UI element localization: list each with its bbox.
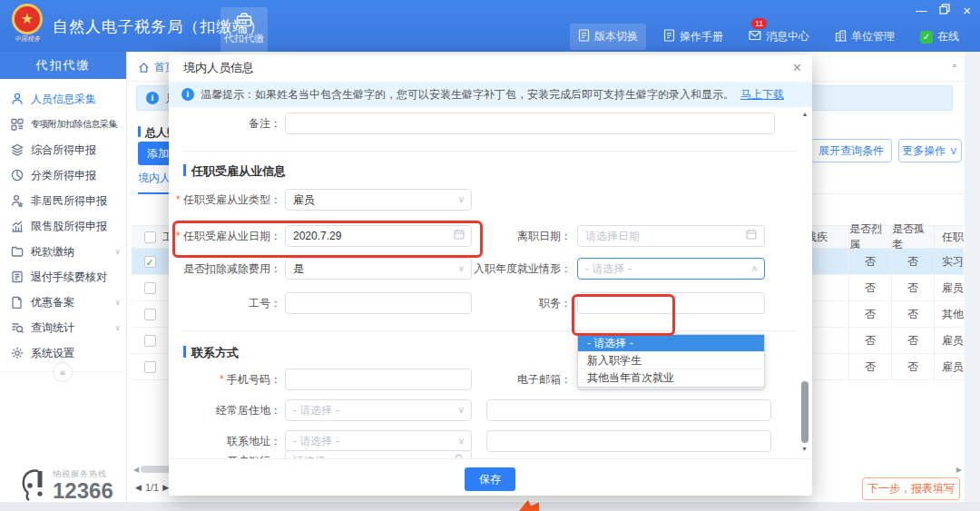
employment-situation-select[interactable]: - 请选择 -∧ (577, 258, 765, 280)
document-icon (578, 29, 590, 44)
sidebar-item-personnel-info[interactable]: 人员信息采集 (0, 86, 126, 112)
nav-label: 消息中心 (766, 29, 809, 44)
employment-situation-label: 入职年度就业情形： (468, 258, 572, 280)
next-step-button[interactable]: 下一步，报表填写 (862, 477, 960, 500)
top-nav: 版本切换 操作手册 11 消息中心 单位管理 ✓ 在线 (570, 24, 967, 50)
nav-version-switch[interactable]: 版本切换 (570, 24, 646, 50)
cell-childless: 否 (891, 354, 934, 379)
position-input[interactable] (577, 292, 765, 314)
sidebar-item-label: 分类所得申报 (31, 168, 96, 183)
sidebar-item-restricted-shares[interactable]: 限售股所得申报 (0, 213, 126, 239)
scrollbar-thumb[interactable] (801, 381, 808, 443)
inner-restore-button[interactable]: ▫ (953, 60, 956, 71)
select-placeholder: - 请选择 - (293, 404, 339, 417)
nav-manual[interactable]: 操作手册 (655, 24, 731, 50)
calendar-icon[interactable] (746, 229, 807, 242)
cell-type: 雇员 (934, 328, 964, 353)
sidebar-item-tax-payment[interactable]: 税款缴纳 ∨ (0, 239, 126, 264)
modal-footer: 保存 (169, 458, 812, 496)
row-checkbox[interactable] (144, 309, 156, 320)
folder-icon (11, 245, 24, 258)
cell-martyr: 否 (848, 301, 891, 327)
leave-date-input[interactable] (577, 225, 765, 247)
minimize-button[interactable]: — (916, 5, 926, 17)
restore-button[interactable] (939, 4, 950, 17)
col-header-martyr: 是否烈属 (848, 226, 891, 248)
sidebar-item-preferential-filing[interactable]: 优惠备案 ∨ (0, 290, 126, 315)
nav-message-center[interactable]: 11 消息中心 (740, 24, 818, 50)
expand-query-button[interactable]: 展开查询条件 (810, 139, 892, 162)
contact-address-detail-input[interactable] (486, 430, 771, 452)
dropdown-option[interactable]: 其他当年首次就业 (578, 369, 764, 387)
row-checkbox[interactable] (144, 335, 156, 347)
modal-close-icon[interactable]: × (793, 60, 801, 76)
deduct-expense-label: 是否扣除减除费用： (169, 258, 281, 280)
chevron-down-icon: ∨ (458, 259, 465, 279)
briefcase-icon (220, 13, 268, 30)
cell-type: 其他 (934, 301, 964, 327)
sidebar-item-label: 优惠备案 (31, 295, 74, 310)
deduct-expense-select[interactable]: 是∨ (285, 258, 472, 280)
row-checkbox[interactable] (144, 282, 156, 294)
national-emblem-logo: ★ 中国税务 (9, 4, 45, 49)
more-actions-button[interactable]: 更多操作 ∨ (898, 139, 962, 162)
residence-select[interactable]: - 请选择 -∨ (285, 399, 472, 421)
cell-martyr: 否 (848, 249, 891, 274)
row-checkbox-checked[interactable]: ✓ (144, 256, 156, 268)
employment-date-input[interactable] (285, 225, 472, 247)
chevron-down-icon: ∨ (114, 298, 121, 307)
dropdown-option-selected[interactable]: - 请选择 - (578, 335, 764, 352)
nav-org-management[interactable]: 单位管理 (827, 24, 903, 50)
modal-form: 备注： 任职受雇从业信息 任职受雇从业类型： 雇员∨ 任职受雇从业日期： 离职日… (169, 107, 812, 456)
sidebar-item-label: 系统设置 (31, 346, 74, 361)
file-icon (11, 296, 24, 309)
position-label: 职务： (468, 292, 572, 314)
close-button[interactable]: × (963, 5, 971, 17)
work-number-input[interactable] (285, 292, 472, 314)
section-contact: 联系方式 (183, 345, 239, 361)
remark-input[interactable] (285, 113, 775, 134)
scroll-up-arrow[interactable]: ▲ (802, 111, 808, 117)
home-icon (138, 62, 150, 74)
dropdown-option[interactable]: 新入职学生 (578, 352, 764, 369)
mobile-input[interactable] (285, 369, 472, 390)
select-all-checkbox[interactable] (144, 231, 156, 243)
cell-martyr: 否 (848, 328, 891, 353)
nav-label: 在线 (937, 29, 959, 44)
cell-childless: 否 (891, 249, 934, 274)
titlebar: ★ 中国税务 自然人电子税务局（扣缴端） 代扣代缴 — × 版本切换 操作手册 … (0, 0, 980, 52)
employment-type-select[interactable]: 雇员∨ (285, 189, 472, 211)
sidebar-item-comprehensive-income[interactable]: 综合所得申报 (0, 137, 126, 162)
sidebar: 代扣代缴 人员信息采集 专项附加扣除信息采集 综合所得申报 分类所得申报 非居民… (0, 52, 127, 511)
cell-martyr: 否 (848, 354, 891, 379)
cell-type: 雇员 (934, 354, 964, 379)
chevron-down-icon: ∨ (114, 323, 121, 332)
download-link[interactable]: 马上下载 (740, 87, 784, 103)
search-doc-icon (11, 321, 24, 334)
page-prev-arrow[interactable]: ◀ (135, 483, 142, 492)
scroll-right-arrow[interactable]: ▶ (956, 466, 962, 474)
sidebar-item-query-statistics[interactable]: 查询统计 ∨ (0, 315, 126, 340)
layers-icon (11, 143, 24, 156)
contact-address-select[interactable]: - 请选择 -∨ (285, 430, 472, 452)
modal-vertical-scrollbar[interactable]: ▲ ▼ (800, 111, 809, 452)
person-icon (11, 93, 24, 105)
sidebar-item-special-deduction[interactable]: 专项附加扣除信息采集 (0, 112, 126, 137)
sidebar-item-label: 非居民所得申报 (31, 193, 107, 209)
row-checkbox[interactable] (144, 361, 156, 373)
save-button[interactable]: 保存 (465, 467, 515, 491)
modal-title: 境内人员信息 (169, 54, 812, 82)
sidebar-item-refund-fee-check[interactable]: 退付手续费核对 (0, 264, 126, 290)
document-lines-icon (11, 270, 24, 283)
email-label: 电子邮箱： (468, 369, 572, 390)
sidebar-item-nonresident-income[interactable]: 非居民所得申报 (0, 188, 126, 213)
nav-online-status[interactable]: ✓ 在线 (912, 24, 967, 50)
scroll-down-arrow[interactable]: ▼ (801, 446, 808, 452)
sidebar-item-classified-income[interactable]: 分类所得申报 (0, 162, 126, 188)
divider (183, 151, 797, 152)
tab-daikou-daijiao[interactable]: 代扣代缴 (220, 7, 268, 52)
scroll-left-arrow[interactable]: ◀ (133, 466, 139, 474)
residence-detail-input[interactable] (486, 399, 771, 421)
pie-chart-icon (11, 169, 24, 182)
sidebar-collapse-button[interactable]: « (53, 362, 73, 382)
